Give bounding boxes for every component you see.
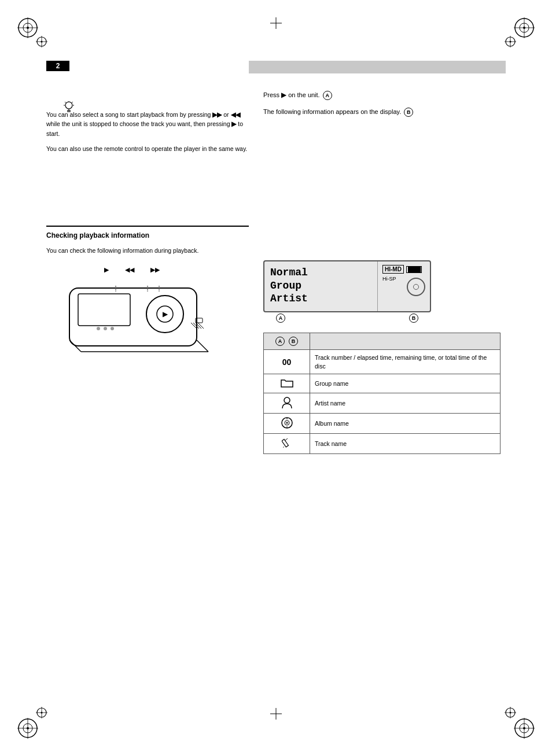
crosshair-bc — [270, 708, 282, 721]
lcd-line3: Artist — [270, 292, 371, 305]
svg-line-47 — [65, 102, 66, 103]
table-cell-icon-2 — [264, 374, 310, 393]
table-row: Artist name — [264, 393, 501, 414]
reg-mark-tl — [17, 17, 38, 38]
table-header-col1: A B — [264, 333, 310, 350]
lcd-bottom-labels: A B — [263, 314, 431, 323]
svg-point-40 — [65, 102, 72, 109]
header-bar — [249, 61, 506, 73]
prev-label: ◀◀ — [125, 266, 134, 274]
table-col-a-header: A — [275, 337, 285, 346]
lcd-line1: Normal — [270, 266, 371, 279]
play-arrow-icon: ▶ — [281, 91, 286, 99]
svg-text:▶: ▶ — [163, 310, 168, 318]
lcd-display: Normal Group Artist HI-MD ████ Hi-SP — [263, 260, 431, 312]
lcd-top-row: HI-MD ████ — [382, 265, 425, 274]
svg-point-68 — [284, 397, 290, 403]
disc-album-icon — [281, 417, 293, 429]
device-illustration: ▶ ◀◀ ▶▶ ▶ — [58, 266, 220, 359]
section-body: You can check the following information … — [46, 246, 243, 255]
table-cell-icon-1: 00 — [264, 350, 310, 374]
label-circle-b: B — [404, 108, 413, 117]
lcd-label-b: B — [409, 314, 418, 323]
lcd-right-panel: HI-MD ████ Hi-SP — [378, 261, 430, 311]
svg-point-61 — [111, 327, 114, 330]
crosshair-tc — [270, 17, 282, 31]
folder-icon — [281, 378, 293, 388]
table-cell-desc-4: Album name — [310, 414, 501, 434]
table-cell-icon-3 — [264, 393, 310, 414]
lcd-line2: Group — [270, 279, 371, 293]
step1-instruction: Press ▶ on the unit. A — [263, 90, 501, 101]
svg-rect-50 — [78, 294, 130, 326]
step-label: 2 — [46, 61, 69, 71]
table-cell-desc-5: Track name — [310, 434, 501, 454]
table-cell-desc-1: Track number / elapsed time, remaining t… — [310, 350, 501, 374]
battery-icon: ████ — [406, 266, 422, 273]
svg-line-48 — [72, 102, 73, 103]
himd-badge: HI-MD — [382, 265, 404, 274]
table-cell-icon-4 — [264, 414, 310, 434]
play-label: ▶ — [104, 266, 109, 274]
table-row: Album name — [264, 414, 501, 434]
table-cell-icon-5 — [264, 434, 310, 454]
disc-icon — [407, 278, 425, 296]
device-svg-container: ▶ — [58, 276, 214, 359]
next-label: ▶▶ — [150, 266, 160, 274]
lcd-left-panel: Normal Group Artist — [264, 261, 378, 311]
track-number-symbol: 00 — [282, 357, 292, 367]
info-table: A B 00 Track number / elapsed time, rema… — [263, 333, 501, 454]
svg-line-75 — [285, 438, 288, 441]
table-row: 00 Track number / elapsed time, remainin… — [264, 350, 501, 374]
device-button-labels: ▶ ◀◀ ▶▶ — [104, 266, 160, 274]
svg-point-60 — [104, 327, 107, 330]
step2-instruction: The following information appears on the… — [263, 107, 501, 117]
label-circle-a: A — [323, 91, 332, 100]
table-cell-desc-3: Artist name — [310, 393, 501, 414]
section-heading: Checking playback information — [46, 231, 249, 239]
left-column-text: You can also select a song to start play… — [46, 110, 249, 158]
svg-point-71 — [286, 422, 288, 424]
table-row: Track name — [264, 434, 501, 454]
reg-mark-bl — [17, 718, 38, 739]
table-row: Group name — [264, 374, 501, 393]
lcd-main-text: Normal Group Artist — [270, 266, 371, 305]
crosshair-tl — [36, 36, 47, 49]
reg-mark-br — [514, 718, 535, 739]
svg-line-63 — [197, 340, 208, 352]
table-header-col2 — [310, 333, 501, 350]
crosshair-br — [505, 707, 516, 720]
person-icon — [282, 397, 292, 408]
svg-rect-49 — [69, 288, 197, 346]
crosshair-tr — [505, 36, 516, 49]
table-cell-desc-2: Group name — [310, 374, 501, 393]
svg-point-59 — [97, 327, 100, 330]
pencil-icon — [282, 437, 292, 449]
crosshair-bl — [36, 707, 47, 720]
section-divider — [46, 226, 249, 227]
table-col-b-header: B — [289, 337, 298, 346]
reg-mark-tr — [514, 17, 535, 38]
lcd-label-a: A — [276, 314, 285, 323]
